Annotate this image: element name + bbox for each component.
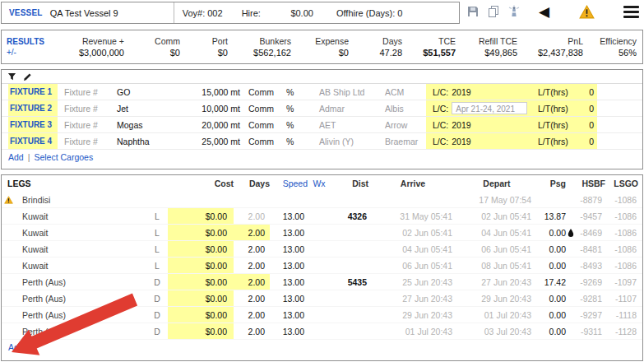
broker-field[interactable]: Arrow: [385, 120, 426, 130]
leg-speed[interactable]: 13.00: [270, 327, 308, 336]
comm-field[interactable]: Comm: [248, 137, 286, 146]
percent-field[interactable]: %: [286, 120, 319, 130]
fixture-number-field[interactable]: Fixture #: [58, 137, 115, 146]
lighthouse-icon[interactable]: [507, 5, 521, 18]
broker-field[interactable]: Braemar: [385, 137, 426, 146]
leg-port-name[interactable]: Kuwait: [15, 211, 146, 221]
leg-speed[interactable]: 13.00: [270, 244, 308, 254]
leg-port-name[interactable]: Brindisi: [15, 195, 146, 205]
leg-days[interactable]: 2.00: [234, 241, 270, 257]
leg-port-name[interactable]: Perth (Aus): [15, 294, 146, 304]
back-arrow-icon[interactable]: ◀: [539, 5, 549, 19]
laytime-value-field[interactable]: 0: [581, 133, 597, 149]
offhire-field[interactable]: Offhire (Days): 0: [336, 8, 403, 18]
filter-icon[interactable]: [7, 72, 16, 81]
leg-port-name[interactable]: Kuwait: [15, 261, 146, 271]
laycan-field[interactable]: L/C:2019: [426, 133, 538, 149]
leg-days[interactable]: 2.00: [234, 323, 270, 339]
add-fixture-link[interactable]: Add: [8, 152, 24, 162]
leg-speed[interactable]: 13.00: [270, 211, 308, 221]
fixture-1-label[interactable]: FIXTURE 1: [8, 84, 58, 100]
copy-icon[interactable]: [487, 5, 500, 18]
leg-days[interactable]: 2.00: [234, 225, 270, 240]
leg-row: Perth (Aus) D $0.00 2.00 13.00 29 Jun 20…: [2, 307, 642, 323]
quantity-field[interactable]: 20,000 mt: [189, 120, 248, 130]
warning-icon[interactable]: [579, 5, 595, 19]
charterer-field[interactable]: Alivin (Y): [319, 137, 385, 146]
quantity-field[interactable]: 25,000 mt: [189, 137, 248, 146]
leg-days[interactable]: 2.00: [234, 274, 270, 290]
col-header-wx[interactable]: Wx: [308, 179, 331, 188]
fixture-number-field[interactable]: Fixture #: [58, 104, 115, 114]
leg-lsgo: -1086: [605, 208, 643, 224]
charterer-field[interactable]: Admar: [319, 104, 385, 114]
fixture-4-label[interactable]: FIXTURE 4: [8, 133, 58, 149]
col-header-dist: Dist: [331, 179, 368, 188]
leg-cost[interactable]: $0.00: [168, 323, 234, 339]
fixture-3-label[interactable]: FIXTURE 3: [8, 117, 58, 132]
leg-days[interactable]: 2.00: [234, 208, 270, 224]
laycan-field[interactable]: L/C:2019: [426, 84, 538, 100]
leg-speed[interactable]: 13.00: [270, 294, 308, 304]
leg-speed[interactable]: 13.00: [270, 228, 308, 238]
laytime-value-field[interactable]: 0: [581, 84, 597, 100]
add-leg-link[interactable]: Add: [8, 342, 24, 352]
leg-speed[interactable]: 13.00: [270, 310, 308, 320]
leg-port-name[interactable]: Perth (Aus): [15, 277, 146, 287]
broker-field[interactable]: ACM: [385, 87, 426, 97]
fixture-number-field[interactable]: Fixture #: [58, 87, 115, 97]
vessel-name-field[interactable]: QA Test Vessel 9: [50, 8, 174, 18]
leg-port-name[interactable]: Kuwait: [15, 244, 146, 254]
voyage-estimator-page: VESSEL QA Test Vessel 9 Voy#: 002 Hire: …: [0, 0, 644, 362]
cargo-field[interactable]: Naphtha: [115, 137, 189, 146]
cargo-field[interactable]: Mogas: [115, 120, 189, 130]
leg-days[interactable]: 2.00: [234, 307, 270, 323]
charterer-field[interactable]: AET: [319, 120, 385, 130]
comm-field[interactable]: Comm: [248, 120, 286, 130]
laycan-field[interactable]: L/C:2019: [426, 117, 538, 132]
laytime-value-field[interactable]: 0: [581, 100, 597, 116]
quantity-field[interactable]: 10,000 mt: [189, 104, 248, 114]
results-plus-minus-toggle[interactable]: +/-: [7, 47, 54, 58]
edit-pencil-icon[interactable]: [23, 72, 32, 81]
leg-port-name[interactable]: Perth (Aus): [15, 310, 146, 320]
quantity-field[interactable]: 15,000 mt: [189, 87, 248, 97]
leg-cost[interactable]: $0.00: [168, 307, 234, 323]
select-cargoes-link[interactable]: Select Cargoes: [34, 152, 93, 162]
leg-days[interactable]: 2.00: [234, 290, 270, 306]
leg-speed[interactable]: 13.00: [270, 261, 308, 271]
cargo-field[interactable]: GO: [115, 87, 189, 97]
leg-depart: 01 Jul 20:43: [457, 310, 536, 320]
percent-field[interactable]: %: [286, 87, 319, 97]
leg-port-name[interactable]: Perth (Aus): [15, 327, 146, 336]
result-expense: Expense$0: [291, 35, 349, 58]
col-header-speed[interactable]: Speed: [270, 179, 308, 188]
laytime-value-field[interactable]: 0: [581, 117, 597, 132]
leg-cost[interactable]: $0.00: [168, 241, 234, 257]
fixture-number-field[interactable]: Fixture #: [58, 120, 115, 130]
percent-field[interactable]: %: [286, 137, 319, 146]
menu-icon[interactable]: [623, 3, 639, 21]
charterer-field[interactable]: AB Ship Ltd: [319, 87, 385, 97]
comm-field[interactable]: Comm: [248, 87, 286, 97]
laycan-date-input[interactable]: Apr 21-24, 2021: [452, 102, 527, 114]
leg-depart: 04 Jun 05:41: [457, 228, 536, 238]
leg-speed[interactable]: 13.00: [270, 277, 308, 287]
broker-field[interactable]: Albis: [385, 104, 426, 114]
laycan-field[interactable]: L/C:Apr 21-24, 2021: [426, 100, 538, 116]
percent-field[interactable]: %: [286, 104, 319, 114]
hire-value-field[interactable]: $0.00: [272, 8, 313, 18]
voyage-number-field[interactable]: Voy#: 002: [183, 8, 242, 18]
leg-port-name[interactable]: Kuwait: [15, 228, 146, 238]
cargo-field[interactable]: Jet: [115, 104, 189, 114]
save-icon[interactable]: [466, 5, 480, 18]
leg-days[interactable]: 2.00: [234, 258, 270, 273]
leg-cost[interactable]: $0.00: [168, 274, 234, 290]
comm-field[interactable]: Comm: [248, 104, 286, 114]
leg-cost[interactable]: $0.00: [168, 290, 234, 306]
fixture-2-label[interactable]: FIXTURE 2: [8, 100, 58, 116]
leg-cost[interactable]: $0.00: [168, 225, 234, 240]
leg-psg: 0.00: [536, 228, 566, 238]
leg-cost[interactable]: $0.00: [168, 258, 234, 273]
leg-cost[interactable]: $0.00: [168, 208, 234, 224]
